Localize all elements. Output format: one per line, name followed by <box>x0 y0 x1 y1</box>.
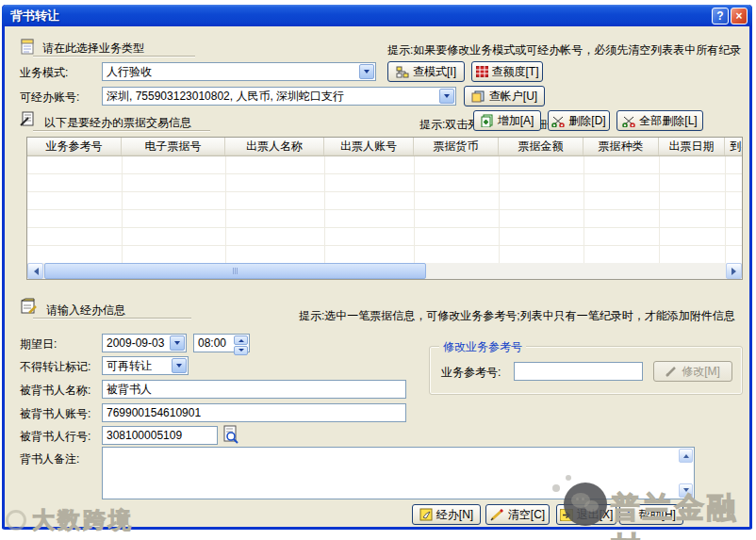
section-bills-label: 以下是要经办的票据交易信息 <box>44 115 191 131</box>
scrollbar-thumb[interactable] <box>44 263 426 279</box>
transfer-flag-label: 不得转让标记: <box>20 359 90 375</box>
col-ref[interactable]: 业务参考号 <box>27 138 122 155</box>
scroll-down-arrow[interactable] <box>679 483 693 498</box>
notepad-icon <box>20 39 36 55</box>
remark-textarea-wrap <box>102 447 695 499</box>
col-ebill-no[interactable]: 电子票据号 <box>122 138 225 155</box>
help-button[interactable]: ? 帮助[H] <box>619 504 683 525</box>
pencil-eraser-icon <box>490 509 504 521</box>
ref-no-input[interactable] <box>514 362 643 381</box>
process-label: 经办[N] <box>436 507 473 523</box>
delete-label: 删除[D] <box>568 113 605 129</box>
divider <box>33 130 210 132</box>
title-bar[interactable]: 背书转让 ? × <box>2 5 752 26</box>
exit-arrow-icon <box>560 509 573 521</box>
section-input-info-label: 请输入经办信息 <box>46 303 125 319</box>
divider <box>33 318 191 319</box>
pen-icon <box>666 366 678 377</box>
account-label: 可经办账号: <box>20 90 79 106</box>
hint-detail: 提示:选中一笔票据信息，可修改业务参考号;列表中只有一笔纪录时，才能添加附件信息 <box>299 308 735 324</box>
chevron-down-icon[interactable] <box>359 64 374 79</box>
expect-date-label: 期望日: <box>20 336 57 352</box>
window-title: 背书转让 <box>2 8 59 25</box>
scroll-left-arrow[interactable] <box>27 263 43 279</box>
add-label: 增加[A] <box>498 113 534 129</box>
chevron-down-icon[interactable] <box>439 89 454 104</box>
dialog-window: 背书转让 ? × 请在此选择业务类型 提示:如果要修改业务模式或可经办帐号，必须… <box>2 5 752 530</box>
scissors-icon <box>551 115 565 127</box>
endorsee-account-label: 被背书人账号: <box>20 406 90 422</box>
red-grid-icon <box>476 66 488 77</box>
business-mode-label: 业务模式: <box>20 65 68 81</box>
check-quota-label: 查额度[T] <box>492 64 539 80</box>
business-mode-value: 人行验收 <box>107 65 152 78</box>
transfer-flag-combobox[interactable]: 可再转让 <box>102 356 189 375</box>
expect-time-value: 08:00 <box>198 336 226 350</box>
account-combobox[interactable]: 深圳, 755903123010802, 人民币, 深圳蛇口支行 <box>102 87 456 106</box>
endorsee-name-input[interactable] <box>102 380 406 399</box>
table-body-empty[interactable] <box>27 156 742 264</box>
col-amount[interactable]: 票据金额 <box>499 138 583 155</box>
col-drawer-account[interactable]: 出票人账号 <box>324 138 414 155</box>
expect-time-spinner[interactable]: 08:00 <box>193 334 250 352</box>
delete-all-button[interactable]: 全部删除[L] <box>616 110 703 131</box>
table-header-row: 业务参考号 电子票据号 出票人名称 出票人账号 票据货币 票据金额 票据种类 出… <box>27 138 743 156</box>
endorsee-name-label: 被背书人名称: <box>20 383 90 399</box>
col-issue-date[interactable]: 出票日期 <box>659 138 725 155</box>
scroll-up-arrow[interactable] <box>679 449 693 463</box>
help-label: 帮助[H] <box>639 507 676 523</box>
delete-all-label: 全部删除[L] <box>639 113 697 129</box>
hand-note-icon <box>419 508 433 521</box>
check-mode-label: 查模式[I] <box>413 64 456 80</box>
ref-no-label: 业务参考号: <box>441 365 501 381</box>
modify-button[interactable]: 修改[M] <box>653 361 732 382</box>
col-currency[interactable]: 票据货币 <box>414 138 499 155</box>
chevron-down-icon[interactable] <box>172 358 187 373</box>
col-drawer-name[interactable]: 出票人名称 <box>225 138 324 155</box>
help-titlebar-button[interactable]: ? <box>712 8 729 25</box>
scissors-icon <box>622 115 635 127</box>
clear-label: 清空[C] <box>508 507 545 523</box>
spin-down-icon[interactable] <box>234 346 248 355</box>
document-pen-icon <box>20 110 37 127</box>
endorsee-bank-no-label: 被背书人行号: <box>20 429 90 445</box>
modify-ref-group-title: 修改业务参考号 <box>439 339 526 355</box>
col-due-date[interactable]: 到期日期 <box>725 138 743 155</box>
scroll-right-arrow[interactable] <box>726 263 742 279</box>
add-pages-icon <box>481 114 494 127</box>
check-account-button[interactable]: 查帐户[U] <box>464 86 545 106</box>
endorsee-account-input[interactable] <box>102 403 406 422</box>
remark-label: 背书人备注: <box>20 451 79 467</box>
transfer-flag-value: 可再转让 <box>107 359 152 372</box>
check-quota-button[interactable]: 查额度[T] <box>471 61 543 82</box>
section-select-type-label: 请在此选择业务类型 <box>42 41 144 57</box>
org-chart-icon <box>396 66 409 78</box>
spin-up-icon[interactable] <box>234 335 248 345</box>
check-mode-button[interactable]: 查模式[I] <box>387 61 465 82</box>
chevron-down-icon[interactable] <box>170 335 185 351</box>
delete-button[interactable]: 删除[D] <box>548 110 610 131</box>
folder-pages-icon <box>471 90 485 103</box>
lookup-magnifier-icon[interactable] <box>222 425 239 444</box>
endorsee-bank-no-input[interactable] <box>102 426 218 445</box>
horizontal-scrollbar[interactable] <box>27 263 742 279</box>
divider <box>33 56 195 57</box>
clear-button[interactable]: 清空[C] <box>485 504 550 525</box>
close-button[interactable]: × <box>731 8 748 25</box>
process-button[interactable]: 经办[N] <box>412 504 481 525</box>
exit-button[interactable]: 退出[X] <box>556 504 616 525</box>
bills-table[interactable]: 业务参考号 电子票据号 出票人名称 出票人账号 票据货币 票据金额 票据种类 出… <box>26 137 743 280</box>
check-account-label: 查帐户[U] <box>489 89 537 105</box>
business-mode-combobox[interactable]: 人行验收 <box>102 62 376 81</box>
question-mark-icon: ? <box>627 508 635 521</box>
modify-label: 修改[M] <box>682 364 720 380</box>
expect-date-value: 2009-09-03 <box>107 336 164 350</box>
expect-date-picker[interactable]: 2009-09-03 <box>102 334 187 352</box>
account-value: 深圳, 755903123010802, 人民币, 深圳蛇口支行 <box>107 90 344 103</box>
col-type[interactable]: 票据种类 <box>583 138 659 155</box>
edit-note-icon <box>20 298 38 315</box>
add-button[interactable]: 增加[A] <box>473 110 541 131</box>
hint-top: 提示:如果要修改业务模式或可经办帐号，必须先清空列表表中所有纪录 <box>387 42 741 58</box>
exit-label: 退出[X] <box>577 507 614 523</box>
remark-textarea[interactable] <box>103 448 694 499</box>
